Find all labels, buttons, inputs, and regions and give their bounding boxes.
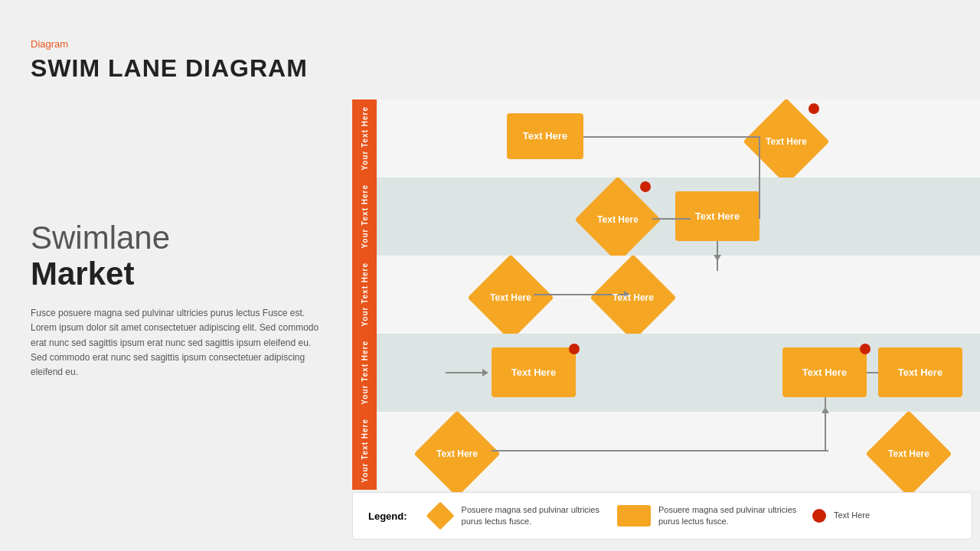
main-title: SWIM LANE DIAGRAM — [31, 54, 322, 83]
lane5-diamond2: Text Here — [874, 419, 943, 488]
swimlane-subtitle: Swimlane — [31, 220, 322, 256]
legend-section-diamond: Posuere magna sed pulvinar ultricies pur… — [426, 502, 602, 530]
lane-1-content: Text Here Text Here — [377, 99, 980, 178]
lane-3-content: Text Here Text Here — [377, 256, 980, 334]
lane-3: Your Text Here Text Here Text Here — [352, 256, 980, 334]
lane-2-content: Text Here Text Here — [377, 178, 980, 256]
lane3-diamond1: Text Here — [476, 263, 545, 332]
legend-bar: Legend: Posuere magna sed pulvinar ultri… — [352, 492, 972, 540]
lane-2: Your Text Here Text Here Text Here — [352, 178, 980, 256]
lane-4-content: Text Here Text Here Text Here — [377, 334, 980, 412]
legend-rect-icon — [617, 505, 651, 527]
lane4-rect1: Text Here — [492, 347, 576, 397]
conn-h2 — [652, 218, 691, 220]
legend-rect-text: Posuere magna sed pulvinar ultricies pur… — [658, 504, 797, 528]
legend-label: Legend: — [368, 510, 407, 522]
lane4-rect2: Text Here — [782, 347, 867, 397]
lane1-rect1: Text Here — [507, 113, 583, 159]
swimlane-market: Market — [31, 256, 322, 292]
lane2-diamond1: Text Here — [583, 185, 652, 254]
lane-1: Your Text Here Text Here Text Here — [352, 99, 980, 178]
lane-1-label: Your Text Here — [352, 99, 377, 178]
conn-h4a — [446, 372, 484, 373]
legend-diamond-text: Posuere magna sed pulvinar ultricies pur… — [462, 504, 602, 528]
legend-section-circle: Text Here — [812, 509, 956, 523]
diagram-label: Diagram — [31, 38, 322, 50]
conn-v2b — [717, 241, 718, 256]
lane-4-label: Your Text Here — [352, 334, 377, 412]
lane-5-content: Text Here Text Here — [377, 412, 980, 490]
lane-2-label: Your Text Here — [352, 178, 377, 256]
conn-h5a — [492, 450, 828, 452]
dot-lane4-rect1 — [569, 344, 580, 354]
lane4-rect3: Text Here — [878, 347, 962, 397]
dot-lane1-diamond — [808, 103, 819, 114]
connector-v1 — [759, 136, 760, 178]
legend-diamond-icon — [426, 502, 454, 530]
conn-v3 — [717, 256, 718, 271]
legend-circle-icon — [812, 509, 826, 523]
legend-circle-text: Text Here — [834, 510, 956, 521]
lane-4: Your Text Here Text Here Text Here Text … — [352, 334, 980, 412]
lane-5: Your Text Here Text Here Text Here — [352, 412, 980, 490]
dot-lane4-rect2 — [860, 344, 871, 354]
diagram-area: Your Text Here Text Here Text Here Your … — [352, 99, 980, 490]
lane1-diamond1: Text Here — [752, 107, 821, 176]
lane2-rect1: Text Here — [675, 191, 760, 241]
conn-h4b — [867, 372, 878, 373]
conn-h3 — [534, 294, 626, 295]
lane-3-label: Your Text Here — [352, 256, 377, 334]
lane3-diamond2: Text Here — [599, 263, 668, 332]
conn-v5 — [825, 412, 826, 450]
conn-v2 — [759, 178, 760, 219]
legend-section-rect: Posuere magna sed pulvinar ultricies pur… — [617, 504, 797, 528]
lane-5-label: Your Text Here — [352, 412, 377, 490]
lane5-diamond1: Text Here — [423, 419, 492, 488]
connector-h1 — [583, 136, 760, 138]
dot-lane2-diamond — [640, 181, 651, 192]
left-panel: Diagram SWIM LANE DIAGRAM Swimlane Marke… — [0, 0, 352, 551]
body-text: Fusce posuere magna sed pulvinar ultrici… — [31, 306, 322, 380]
